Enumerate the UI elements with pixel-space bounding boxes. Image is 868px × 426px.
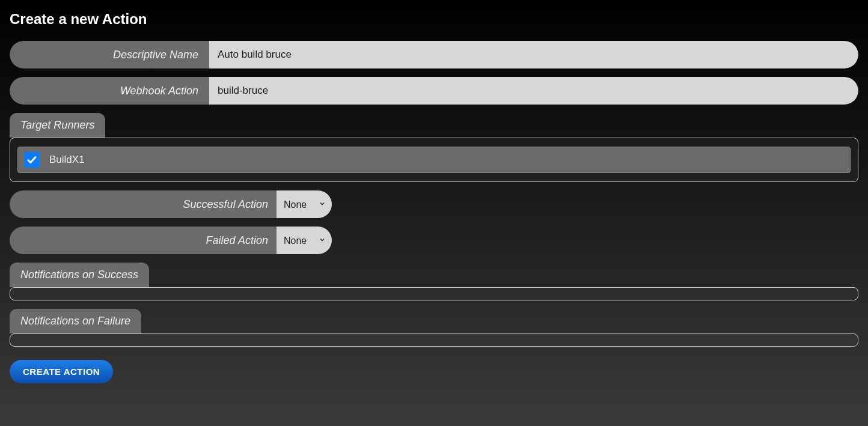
notifications-failure-panel[interactable] (10, 333, 858, 347)
webhook-action-label: Webhook Action (10, 77, 209, 105)
descriptive-name-label: Descriptive Name (10, 41, 209, 68)
webhook-action-input[interactable] (218, 85, 856, 97)
failed-action-label: Failed Action (10, 227, 277, 254)
successful-action-select[interactable]: None (284, 199, 320, 210)
successful-action-label: Successful Action (10, 190, 277, 218)
runner-checkbox[interactable] (24, 152, 40, 168)
target-runners-label: Target Runners (10, 113, 105, 138)
notifications-failure-label: Notifications on Failure (10, 309, 141, 333)
successful-action-row: Successful Action None (10, 190, 332, 218)
notifications-failure-section: Notifications on Failure (10, 309, 858, 347)
failed-action-select-wrap: None (277, 227, 332, 254)
create-action-button[interactable]: CREATE ACTION (10, 360, 113, 383)
target-runners-panel: BuildX1 (10, 138, 858, 182)
webhook-action-input-wrap (209, 77, 858, 105)
webhook-action-row: Webhook Action (10, 77, 858, 105)
notifications-success-section: Notifications on Success (10, 263, 858, 300)
descriptive-name-input-wrap (209, 41, 858, 68)
descriptive-name-row: Descriptive Name (10, 41, 858, 68)
page-title: Create a new Action (10, 11, 858, 28)
check-icon (26, 154, 37, 165)
runner-name: BuildX1 (49, 154, 85, 166)
target-runners-section: Target Runners BuildX1 (10, 113, 858, 182)
successful-action-select-wrap: None (277, 190, 332, 218)
failed-action-row: Failed Action None (10, 227, 332, 254)
notifications-success-label: Notifications on Success (10, 263, 149, 287)
create-action-form: Create a new Action Descriptive Name Web… (0, 0, 868, 383)
failed-action-select[interactable]: None (284, 236, 320, 246)
runner-row[interactable]: BuildX1 (17, 147, 851, 173)
notifications-success-panel[interactable] (10, 287, 858, 300)
descriptive-name-input[interactable] (218, 49, 856, 61)
